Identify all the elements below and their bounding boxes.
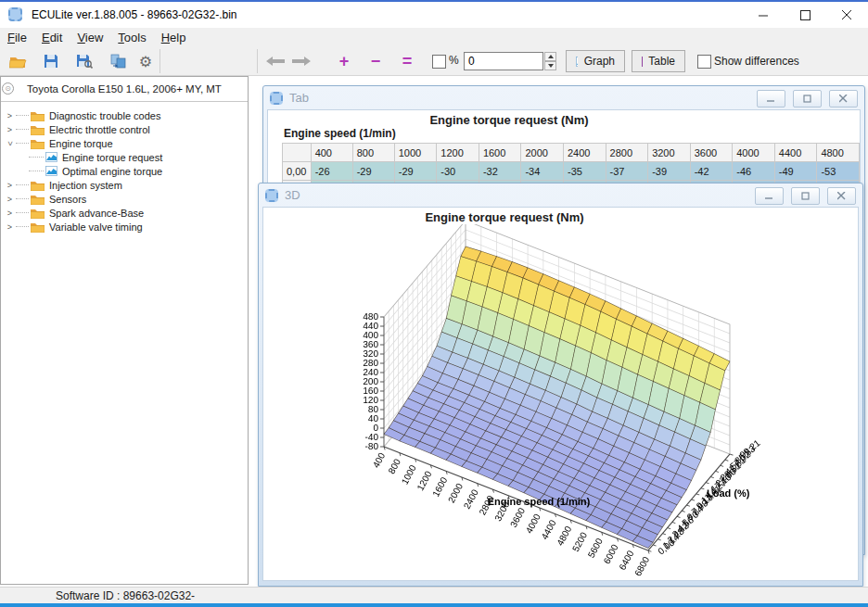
compare-files-button[interactable]	[108, 51, 128, 71]
maximize-button[interactable]	[785, 2, 826, 28]
chevron-down-icon[interactable]: >	[6, 139, 15, 147]
tab-minimize-button[interactable]	[757, 90, 785, 107]
table-cell[interactable]: -32	[479, 162, 521, 181]
show-differences-checkbox[interactable]	[697, 55, 711, 69]
down-arrow-icon	[548, 64, 554, 68]
chevron-right-icon[interactable]: >	[6, 222, 14, 232]
tree-item-engine-torque-request[interactable]: Engine torque request	[1, 150, 248, 164]
table-cell[interactable]: -42	[690, 162, 733, 181]
tree-item-variable-valve-timing[interactable]: >Variable valve timing	[1, 220, 248, 234]
back-button[interactable]	[265, 51, 286, 71]
table-cell[interactable]: -49	[774, 162, 817, 181]
table-cell[interactable]: -34	[521, 162, 564, 181]
tab-restore-button[interactable]	[793, 90, 822, 107]
table-button-label: Table	[648, 55, 675, 68]
save-button[interactable]	[41, 51, 61, 71]
pin-icon[interactable]: ⊙	[2, 82, 14, 95]
percent-checkbox[interactable]	[432, 55, 446, 69]
folder-icon	[31, 180, 45, 191]
value-input[interactable]	[464, 52, 543, 70]
open-folder-icon	[9, 55, 27, 69]
forward-arrow-icon	[292, 56, 311, 67]
statusbar: Software ID : 89663-02G32-	[0, 587, 868, 603]
table-cell[interactable]: -26	[311, 162, 352, 181]
folder-icon	[31, 110, 45, 121]
open-file-button[interactable]	[7, 51, 28, 71]
decrease-button[interactable]: −	[365, 51, 386, 71]
tree-guide-line	[16, 129, 29, 130]
menu-item-file[interactable]: File	[0, 28, 34, 47]
surface-canvas[interactable]	[263, 224, 858, 579]
column-header-3200[interactable]: 3200	[648, 144, 691, 162]
tree-item-spark-advance-base[interactable]: >Spark advance-Base	[1, 206, 248, 220]
close-button[interactable]	[826, 2, 868, 28]
menubar: FileEditViewToolsHelp	[0, 28, 868, 47]
menu-item-tools[interactable]: Tools	[110, 28, 153, 47]
tree-item-engine-torque[interactable]: >Engine torque	[1, 136, 248, 150]
menu-item-edit[interactable]: Edit	[34, 28, 70, 47]
column-header-400[interactable]: 400	[311, 144, 352, 162]
minimize-button[interactable]	[743, 2, 785, 28]
column-header-2400[interactable]: 2400	[564, 144, 606, 162]
vehicle-title: Toyota Corolla E150 1.6L, 2006+ MY, MT	[27, 83, 222, 95]
tree-item-label: Variable valve timing	[49, 221, 143, 233]
column-header-1000[interactable]: 1000	[394, 144, 437, 162]
table-cell[interactable]: -39	[648, 162, 691, 181]
tree-item-optimal-engine-torque[interactable]: Optimal engine torque	[1, 164, 248, 178]
folder-icon	[31, 124, 45, 135]
minus-icon: −	[371, 52, 381, 70]
row-header[interactable]: 0,00	[283, 162, 312, 181]
table-cell[interactable]: -37	[606, 162, 648, 181]
spin-up-button[interactable]	[544, 52, 556, 61]
application-window: ECULite ver.1.88.005 - 89663-02G32-.bin …	[0, 0, 868, 607]
chevron-right-icon[interactable]: >	[6, 209, 14, 218]
restore-icon	[803, 95, 811, 103]
software-id: Software ID : 89663-02G32-	[56, 589, 195, 602]
menu-item-help[interactable]: Help	[154, 28, 194, 47]
column-header-3600[interactable]: 3600	[690, 144, 733, 162]
titlebar[interactable]: ECULite ver.1.88.005 - 89663-02G32-.bin	[0, 2, 868, 28]
save-as-button[interactable]	[74, 51, 95, 71]
increase-button[interactable]: +	[334, 51, 354, 71]
tab-close-button[interactable]	[829, 90, 858, 107]
threed-minimize-button[interactable]	[755, 187, 784, 205]
spin-down-button[interactable]	[544, 61, 556, 70]
column-header-800[interactable]: 800	[352, 144, 394, 162]
tree-item-sensors[interactable]: >Sensors	[1, 192, 248, 206]
table-cell[interactable]: -46	[733, 162, 775, 181]
table-cell[interactable]: -29	[394, 162, 437, 181]
column-header-1600[interactable]: 1600	[479, 144, 521, 162]
threed-close-button[interactable]	[827, 187, 856, 205]
tree-item-diagnostic-trouble-codes[interactable]: >Diagnostic trouble codes	[1, 108, 248, 122]
table-cell[interactable]: -35	[564, 162, 606, 181]
tree-item-injection-system[interactable]: >Injection system	[1, 178, 248, 192]
column-header-4800[interactable]: 4800	[817, 144, 860, 162]
threed-restore-button[interactable]	[791, 187, 820, 205]
chevron-right-icon[interactable]: >	[6, 195, 14, 204]
column-header-4400[interactable]: 4400	[774, 144, 817, 162]
set-value-button[interactable]: =	[397, 51, 417, 71]
percent-label: %	[449, 54, 459, 67]
settings-button[interactable]: ⚙	[135, 51, 156, 71]
chevron-right-icon[interactable]: >	[6, 125, 14, 134]
chevron-right-icon[interactable]: >	[6, 181, 14, 190]
chevron-right-icon[interactable]: >	[6, 111, 14, 120]
graph-button[interactable]: Graph	[566, 50, 625, 72]
column-header-1200[interactable]: 1200	[437, 144, 479, 162]
column-header-2800[interactable]: 2800	[606, 144, 648, 162]
forward-button[interactable]	[291, 51, 312, 71]
column-header-2000[interactable]: 2000	[521, 144, 564, 162]
column-header-4000[interactable]: 4000	[733, 144, 775, 162]
tab-window-icon	[270, 92, 283, 105]
table-cell[interactable]: -53	[817, 162, 860, 181]
chart-title: Engine torque request (Nm)	[263, 210, 746, 224]
table-button[interactable]: Table	[632, 50, 685, 72]
toolbar: ⚙ + − = % Graph Table Show differences	[0, 47, 868, 76]
tree-item-electric-throttle-control[interactable]: >Electric throttle control	[1, 122, 248, 136]
table-cell[interactable]: -30	[437, 162, 479, 181]
table-cell[interactable]: -29	[352, 162, 394, 181]
menu-item-view[interactable]: View	[70, 28, 110, 47]
tree-guide-line	[16, 143, 29, 144]
tree-item-label: Engine torque request	[62, 152, 162, 163]
window-title: ECULite ver.1.88.005 - 89663-02G32-.bin	[32, 8, 236, 21]
